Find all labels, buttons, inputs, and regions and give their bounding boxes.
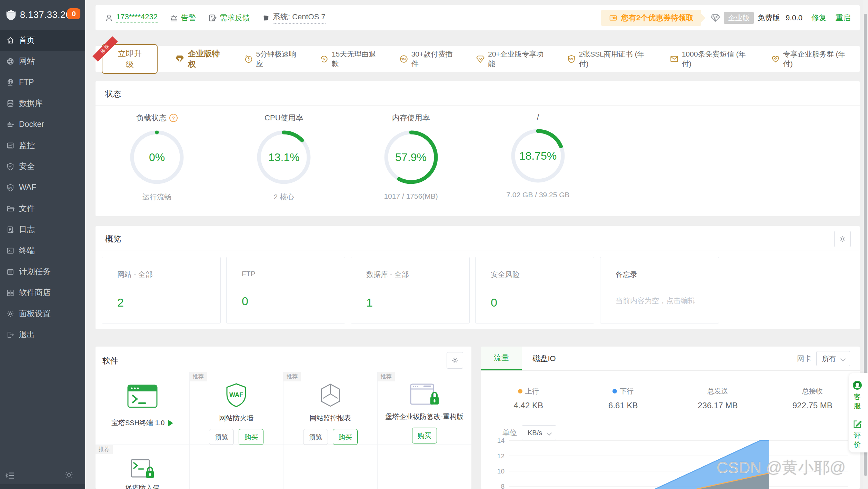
help-question-icon[interactable]: ? xyxy=(169,114,178,122)
sidebar-item-website[interactable]: 网站 xyxy=(0,51,85,72)
panel-shield-logo-icon xyxy=(6,9,17,21)
top-header-bar: 173****4232 告警 需求反馈 系统: CentOS 7 您有2个优惠券… xyxy=(96,5,860,30)
preview-button[interactable]: 预览 xyxy=(209,429,234,445)
svg-text:WAF: WAF xyxy=(229,391,243,398)
software-card-ssh-terminal[interactable]: 宝塔SSH终端 1.0 xyxy=(96,372,190,445)
feature-sms: 1000条免费短信 (年付) xyxy=(670,49,754,69)
customer-service-button[interactable]: 客服 xyxy=(849,380,866,410)
account-number[interactable]: 173****4232 xyxy=(116,12,158,23)
overview-card-databases[interactable]: 数据库 - 全部 1 xyxy=(351,257,470,323)
buy-button[interactable]: 购买 xyxy=(333,429,358,445)
sidebar-item-files[interactable]: 文件 xyxy=(0,198,85,219)
clock-bolt-icon xyxy=(244,54,253,63)
sidebar-menu: 首页 网站 FTP 数据库 Docker 监控 xyxy=(0,30,85,345)
panel-version: 9.0.0 xyxy=(786,13,802,22)
svg-text:¥: ¥ xyxy=(323,57,326,61)
sidebar-item-cron[interactable]: 计划任务 xyxy=(0,261,85,282)
software-card-tamper-proof[interactable]: 推荐 堡塔企业级防篡改-重构版 购买 xyxy=(378,372,472,445)
svg-text:SSL: SSL xyxy=(569,58,574,60)
sidebar-item-docker[interactable]: Docker xyxy=(0,114,85,135)
overview-card-memo[interactable]: 备忘录 当前内容为空，点击编辑 xyxy=(600,257,719,323)
software-settings-button[interactable] xyxy=(447,352,463,369)
feature-plugins: 30+ 30+款付费插件 xyxy=(399,49,459,69)
upgrade-now-button[interactable]: 推荐 立即升级 xyxy=(102,44,158,74)
mail-icon xyxy=(670,54,679,63)
header-left: 173****4232 告警 需求反馈 系统: CentOS 7 xyxy=(104,12,326,24)
server-header[interactable]: 8.137.33.207 0 xyxy=(0,0,85,30)
software-card-intrusion-prevention[interactable]: 推荐 堡塔防入侵 xyxy=(96,445,190,489)
waf-shield-icon: WAF xyxy=(6,183,14,192)
system-item[interactable]: 系统: CentOS 7 xyxy=(262,12,326,24)
cpu-value: 13.1% xyxy=(255,128,313,187)
recommend-badge: 推荐 xyxy=(378,372,395,381)
sidebar-item-monitor[interactable]: 监控 xyxy=(0,135,85,156)
collapse-sidebar-icon[interactable] xyxy=(5,470,15,481)
feedback-item[interactable]: 需求反馈 xyxy=(208,13,250,23)
feature-ssl: SSL 2张SSL商用证书 (年付) xyxy=(567,49,652,69)
gauges-row: 负载状态 ? 0% 运行流畅 CPU使用率 xyxy=(105,113,590,202)
software-card-monitor-report[interactable]: 推荐 网站监控报表 预览 购买 xyxy=(283,372,378,445)
buy-button[interactable]: 购买 xyxy=(412,428,437,443)
memo-placeholder[interactable]: 当前内容为空，点击编辑 xyxy=(616,296,719,306)
alarm-icon xyxy=(169,13,178,22)
sidebar-bottom-strip xyxy=(0,484,85,489)
upgrade-promo-bar: 推荐 立即升级 企业版特权 5分钟极速响应 ¥ 15天无理由退款 30+ 30+… xyxy=(96,46,860,72)
gauge-load[interactable]: 负载状态 ? 0% 运行流畅 xyxy=(105,113,209,202)
overview-card-ftp[interactable]: FTP 0 xyxy=(226,257,345,323)
cpu-sub: 2 核心 xyxy=(274,192,295,202)
sidebar-item-home[interactable]: 首页 xyxy=(0,30,85,51)
sidebar-item-settings[interactable]: 面板设置 xyxy=(0,303,85,324)
edition-group: 企业版 免费版 9.0.0 xyxy=(710,12,802,24)
feature-service-group: 专享企业服务群 (年付) xyxy=(771,49,854,69)
sidebar-item-ftp[interactable]: FTP xyxy=(0,72,85,93)
database-icon xyxy=(6,99,14,108)
overview-card-websites[interactable]: 网站 - 全部 2 xyxy=(102,257,221,323)
user-icon xyxy=(104,13,113,22)
preview-button[interactable]: 预览 xyxy=(303,429,328,445)
message-count-badge[interactable]: 0 xyxy=(67,8,80,19)
overview-settings-button[interactable] xyxy=(834,231,851,247)
header-right: 您有2个优惠券待领取 企业版 免费版 9.0.0 修复 重启 xyxy=(601,10,851,26)
play-icon[interactable] xyxy=(168,420,173,427)
customer-service-label: 客服 xyxy=(854,392,861,410)
edition-pro-badge[interactable]: 企业版 xyxy=(724,12,754,24)
ytick-14: 14 xyxy=(497,437,505,444)
gauge-cpu[interactable]: CPU使用率 13.1% 2 核心 xyxy=(232,113,336,202)
sidebar-item-database[interactable]: 数据库 xyxy=(0,93,85,114)
refund-icon: ¥ xyxy=(320,54,329,63)
sidebar-item-appstore[interactable]: 软件商店 xyxy=(0,282,85,303)
coupon-banner[interactable]: 您有2个优惠券待领取 xyxy=(601,10,701,26)
disk-sub: 7.02 GB / 39.25 GB xyxy=(506,191,569,199)
cube-icon xyxy=(319,382,342,408)
sidebar-item-logs[interactable]: 日志 xyxy=(0,219,85,240)
sidebar-item-waf[interactable]: WAF WAF xyxy=(0,177,85,198)
sidebar: 8.137.33.207 0 首页 网站 FTP 数据库 Docker xyxy=(0,0,85,489)
ytick-12: 12 xyxy=(497,452,505,460)
sidebar-item-security[interactable]: 安全 xyxy=(0,156,85,177)
sidebar-gear-icon[interactable] xyxy=(64,470,74,480)
sidebar-item-terminal[interactable]: 终端 xyxy=(0,240,85,261)
alarm-item[interactable]: 告警 xyxy=(169,13,196,23)
load-sub: 运行流畅 xyxy=(142,192,171,202)
gauge-memory[interactable]: 内存使用率 57.9% 1017 / 1756(MB) xyxy=(359,113,463,202)
status-panel: 状态 负载状态 ? 0% 运行流畅 CPU使用率 xyxy=(96,81,860,216)
repair-link[interactable]: 修复 xyxy=(811,13,827,23)
restart-link[interactable]: 重启 xyxy=(836,13,851,23)
system-os-label[interactable]: 系统: CentOS 7 xyxy=(273,12,326,24)
gauge-disk-root[interactable]: / 18.75% 7.02 GB / 39.25 GB xyxy=(486,113,590,202)
feedback-label[interactable]: 需求反馈 xyxy=(220,13,250,23)
ftp-count: 0 xyxy=(242,295,345,308)
sidebar-item-logout[interactable]: 退出 xyxy=(0,324,85,345)
home-icon xyxy=(6,36,14,44)
schedule-icon xyxy=(6,268,14,276)
buy-button[interactable]: 购买 xyxy=(239,429,263,445)
traffic-area-chart[interactable]: 14 12 10 8 xyxy=(481,347,860,489)
account-item[interactable]: 173****4232 xyxy=(104,12,158,23)
sidebar-footer xyxy=(0,467,85,484)
software-card-waf[interactable]: 推荐 WAF 网站防火墙 预览 购买 xyxy=(190,372,284,445)
gear-icon xyxy=(451,357,459,364)
alarm-label[interactable]: 告警 xyxy=(181,13,196,23)
gear-icon xyxy=(839,235,846,243)
overview-card-security-risk[interactable]: 安全风险 0 xyxy=(475,257,594,323)
review-button[interactable]: 评价 xyxy=(849,419,866,449)
